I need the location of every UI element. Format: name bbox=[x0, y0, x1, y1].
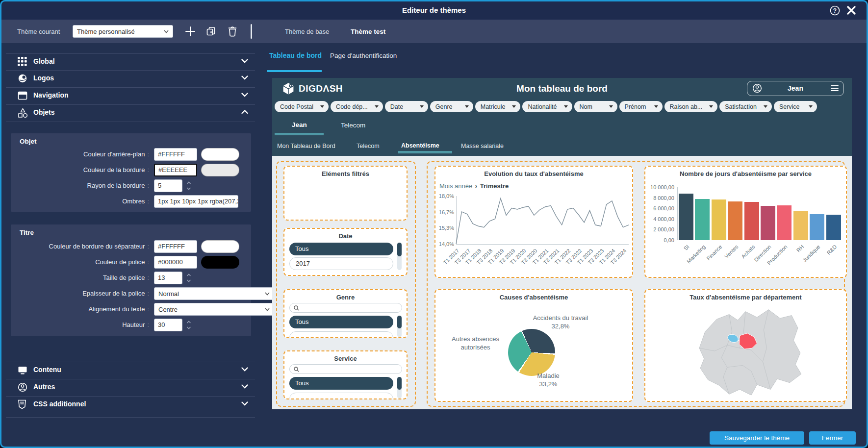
tab-page-authentification[interactable]: Page d'authentification bbox=[330, 52, 397, 59]
shadows-input[interactable]: 1px 1px 10px 1px rgba(207,20 bbox=[154, 195, 238, 208]
scrollbar-thumb[interactable] bbox=[397, 377, 402, 390]
filter-pill-code-postal[interactable]: Code Postal bbox=[275, 101, 329, 112]
sidebar-item-autres[interactable]: Autres bbox=[6, 379, 255, 396]
page-tab-telecom[interactable]: Telecom bbox=[341, 122, 365, 129]
separator-border-color-swatch[interactable] bbox=[201, 240, 239, 253]
bar bbox=[744, 202, 759, 240]
subtab-masse-salariale[interactable]: Masse salariale bbox=[461, 143, 504, 149]
subtab-absenteisme[interactable]: Absentéisme bbox=[401, 142, 439, 149]
number-stepper[interactable] bbox=[186, 181, 191, 191]
text-align-select[interactable]: Centre bbox=[154, 303, 274, 316]
logo-ball-icon bbox=[18, 74, 27, 83]
height-input[interactable]: 30 bbox=[154, 319, 182, 331]
object-settings-panel: Objet Couleur d'arrière-plan #FFFFFF Cou… bbox=[11, 133, 251, 212]
add-theme-button[interactable] bbox=[185, 26, 196, 37]
scrollbar-thumb[interactable] bbox=[397, 243, 402, 256]
y-axis-label: 8 000,00 bbox=[645, 195, 674, 201]
user-menu-chip[interactable]: Jean bbox=[747, 81, 844, 96]
close-icon[interactable] bbox=[846, 5, 857, 16]
line-series bbox=[435, 167, 633, 278]
field-label: Hauteur bbox=[11, 319, 149, 331]
number-stepper[interactable] bbox=[186, 273, 191, 283]
widget-genre-filter: Genre Tous bbox=[283, 289, 408, 338]
widget-service-filter: Service Tous bbox=[283, 350, 408, 399]
service-search-input[interactable] bbox=[289, 364, 402, 374]
number-stepper[interactable] bbox=[186, 320, 191, 330]
chevron-down-icon bbox=[241, 93, 248, 97]
filter-pill-genre[interactable]: Genre bbox=[430, 101, 473, 112]
filter-pill-nom[interactable]: Nom bbox=[574, 101, 617, 112]
x-axis-label: Production bbox=[757, 244, 789, 275]
font-color-input[interactable]: #000000 bbox=[154, 256, 197, 269]
filter-pill-raison[interactable]: Raison ab... bbox=[664, 101, 718, 112]
field-label: Epaisseur de la police bbox=[11, 287, 149, 300]
filter-pill-service[interactable]: Service bbox=[774, 101, 817, 112]
search-icon bbox=[294, 305, 299, 311]
background-color-swatch[interactable] bbox=[201, 148, 239, 161]
genre-option-tous[interactable]: Tous bbox=[289, 316, 393, 328]
filter-pill-nationalite[interactable]: Nationalité bbox=[522, 101, 572, 112]
hamburger-menu-icon[interactable] bbox=[831, 85, 839, 92]
y-axis-label: 10 000,00 bbox=[645, 184, 674, 190]
css-badge-icon bbox=[18, 399, 27, 409]
font-weight-select[interactable]: Normal bbox=[154, 287, 274, 300]
filter-pill-date[interactable]: Date bbox=[385, 101, 428, 112]
help-icon[interactable]: ? bbox=[830, 5, 840, 16]
close-button[interactable]: Fermer bbox=[809, 431, 856, 445]
page-tab-jean[interactable]: Jean bbox=[292, 121, 307, 128]
sidebar-item-navigation[interactable]: Navigation bbox=[6, 87, 255, 104]
window-title: Editeur de thèmes bbox=[1, 6, 867, 14]
service-option-tous[interactable]: Tous bbox=[289, 377, 393, 390]
separator-border-color-input[interactable]: #FFFFFF bbox=[154, 240, 197, 253]
date-option-tous[interactable]: Tous bbox=[289, 243, 393, 255]
border-color-input[interactable]: #EEEEEE bbox=[154, 164, 197, 176]
field-label: Ombres bbox=[11, 195, 149, 208]
delete-theme-button[interactable] bbox=[228, 26, 237, 37]
bar bbox=[761, 206, 775, 240]
sidebar-item-logos[interactable]: Logos bbox=[6, 70, 255, 87]
panel-title: Objet bbox=[20, 138, 37, 145]
shapes-icon bbox=[18, 108, 27, 118]
filter-pill-prenom[interactable]: Prénom bbox=[619, 101, 663, 112]
filter-pill-code-dep[interactable]: Code dép... bbox=[331, 101, 383, 112]
genre-option-next[interactable] bbox=[289, 331, 393, 338]
active-subtab-underline bbox=[398, 151, 452, 153]
service-option-next[interactable] bbox=[289, 393, 393, 399]
field-label: Couleur d'arrière-plan bbox=[11, 148, 149, 161]
bar bbox=[793, 211, 808, 240]
y-axis-label: 0,00 bbox=[645, 237, 674, 243]
genre-search-input[interactable] bbox=[289, 303, 402, 313]
filter-pill-matricule[interactable]: Matricule bbox=[475, 101, 521, 112]
duplicate-theme-button[interactable] bbox=[206, 26, 216, 36]
subtab-mon-tableau[interactable]: Mon Tableau de Bord bbox=[277, 143, 335, 149]
filter-pill-satisfaction[interactable]: Satisfaction bbox=[719, 101, 772, 112]
x-axis-label: Juridique bbox=[790, 244, 821, 275]
tab-tableau-de-bord[interactable]: Tableau de bord bbox=[269, 51, 322, 59]
sidebar-item-global[interactable]: Global bbox=[6, 53, 255, 70]
border-color-swatch[interactable] bbox=[201, 164, 239, 176]
grid-icon bbox=[18, 57, 27, 67]
subtab-telecom[interactable]: Telecom bbox=[357, 143, 380, 149]
sidebar-item-objets[interactable]: Objets bbox=[6, 104, 255, 121]
save-theme-button[interactable]: Sauvegarder le thème bbox=[710, 431, 804, 445]
y-axis-label: 4 000,00 bbox=[645, 216, 674, 222]
sidebar-item-css[interactable]: CSS additionnel bbox=[6, 396, 255, 413]
theme-select[interactable]: Thème personnalisé bbox=[73, 25, 173, 38]
x-axis-label: Marketing bbox=[675, 244, 707, 275]
background-color-input[interactable]: #FFFFFF bbox=[154, 148, 197, 161]
field-label: Rayon de la bordure bbox=[11, 179, 149, 192]
field-label: Couleur de police bbox=[11, 256, 149, 269]
current-theme-label: Thème courant bbox=[17, 28, 60, 35]
dropdown-arrow-icon bbox=[512, 105, 516, 108]
widget-date-filter: Date Tous 2017 bbox=[283, 228, 408, 276]
font-color-swatch[interactable] bbox=[201, 256, 239, 269]
chevron-down-icon bbox=[241, 59, 248, 63]
titlebar: Editeur de thèmes ? bbox=[1, 1, 867, 20]
scrollbar-thumb[interactable] bbox=[397, 316, 402, 328]
chevron-down-icon bbox=[241, 384, 248, 389]
bar bbox=[695, 199, 710, 240]
border-radius-input[interactable]: 5 bbox=[154, 179, 182, 192]
sidebar-item-contenu[interactable]: Contenu bbox=[6, 362, 255, 378]
font-size-input[interactable]: 13 bbox=[154, 272, 182, 284]
date-option-2017[interactable]: 2017 bbox=[289, 257, 393, 270]
